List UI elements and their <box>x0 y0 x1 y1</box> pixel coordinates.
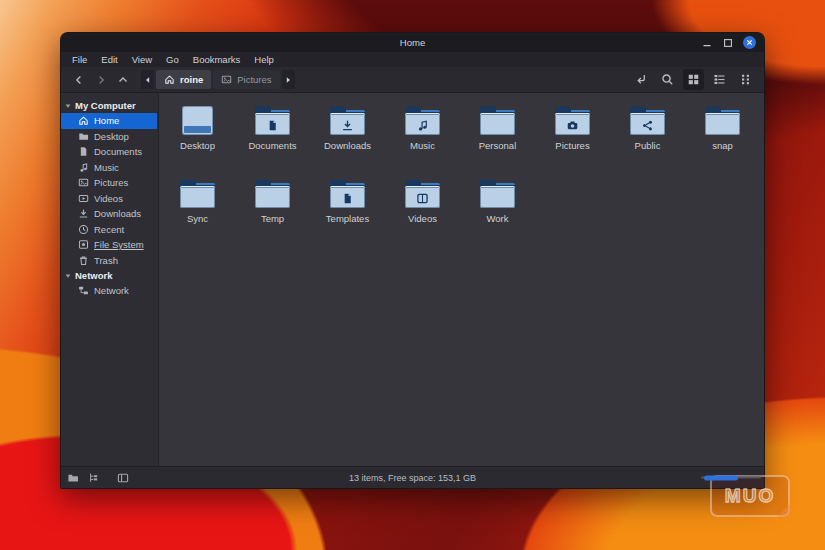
file-item-temp[interactable]: Temp <box>235 168 310 241</box>
forward-button[interactable] <box>91 70 110 89</box>
camera-emblem-icon <box>555 115 590 135</box>
sidebar-item-music[interactable]: Music <box>61 160 157 176</box>
sidebar-item-downloads[interactable]: Downloads <box>61 206 157 222</box>
sidebar-section-my-computer[interactable]: My Computer <box>61 98 158 113</box>
file-label: Public <box>635 140 661 151</box>
compact-view-button[interactable] <box>735 69 756 90</box>
sidebar-item-trash[interactable]: Trash <box>61 253 157 269</box>
triangle-left-icon <box>143 75 153 85</box>
minimize-button[interactable] <box>701 37 713 49</box>
jump-icon <box>635 73 648 86</box>
sidebar-item-network[interactable]: Network <box>61 283 157 299</box>
sidebar-item-label: Pictures <box>94 177 128 188</box>
sidebar-item-recent[interactable]: Recent <box>61 222 157 238</box>
sidebar-item-label: Documents <box>94 146 142 157</box>
places-pane-button[interactable] <box>67 472 79 484</box>
folder-icon <box>255 180 290 208</box>
file-item-documents[interactable]: Documents <box>235 95 310 168</box>
icon-size-slider[interactable] <box>701 473 761 482</box>
film-icon <box>416 192 429 205</box>
path-breadcrumb: roinePictures <box>141 70 295 89</box>
file-icon-wrap <box>405 103 440 135</box>
sidebar-item-pictures[interactable]: Pictures <box>61 175 157 191</box>
statusbar: 13 items, Free space: 153,1 GB <box>61 466 764 488</box>
path-scroll-right-button[interactable] <box>282 70 295 89</box>
path-segment-pictures[interactable]: Pictures <box>213 70 279 89</box>
folder-icon <box>630 107 665 135</box>
file-item-snap[interactable]: snap <box>685 95 760 168</box>
file-item-work[interactable]: Work <box>460 168 535 241</box>
menu-bookmarks[interactable]: Bookmarks <box>186 54 248 65</box>
file-item-personal[interactable]: Personal <box>460 95 535 168</box>
file-item-downloads[interactable]: Downloads <box>310 95 385 168</box>
menubar: FileEditViewGoBookmarksHelp <box>61 52 764 67</box>
window-controls <box>701 36 764 49</box>
compact-view-icon <box>739 73 752 86</box>
sidebar-section-network[interactable]: Network <box>61 268 158 283</box>
back-button[interactable] <box>69 70 88 89</box>
download-emblem-icon <box>330 115 365 135</box>
muo-watermark-text: MUO <box>725 485 775 507</box>
folder-icon <box>405 107 440 135</box>
chevron-up-icon <box>117 74 129 86</box>
up-button[interactable] <box>113 70 132 89</box>
titlebar[interactable]: Home <box>61 33 764 52</box>
menu-edit[interactable]: Edit <box>94 54 124 65</box>
jump-to-path-button[interactable] <box>631 69 652 90</box>
file-item-music[interactable]: Music <box>385 95 460 168</box>
file-icon-wrap <box>405 176 440 208</box>
image-icon <box>78 177 89 188</box>
image-icon <box>221 74 232 85</box>
file-label: Desktop <box>180 140 215 151</box>
desktop-wallpaper: Home FileEditViewGoBookmarksHelp roinePi… <box>0 0 825 550</box>
slider-handle[interactable] <box>704 475 738 480</box>
file-item-public[interactable]: Public <box>610 95 685 168</box>
file-item-sync[interactable]: Sync <box>160 168 235 241</box>
camera-icon <box>566 119 579 132</box>
file-item-templates[interactable]: Templates <box>310 168 385 241</box>
sidebar-item-label: Desktop <box>94 131 129 142</box>
sidebar-item-label: Trash <box>94 255 118 266</box>
sidebar-item-videos[interactable]: Videos <box>61 191 157 207</box>
menu-go[interactable]: Go <box>159 54 186 65</box>
triangle-right-icon <box>283 75 293 85</box>
menu-view[interactable]: View <box>125 54 159 65</box>
folder-icon <box>480 107 515 135</box>
file-item-desktop[interactable]: Desktop <box>160 95 235 168</box>
nav-buttons <box>69 70 132 89</box>
file-icon-wrap <box>330 103 365 135</box>
list-view-button[interactable] <box>709 69 730 90</box>
toolbar: roinePictures <box>61 67 764 93</box>
sidebar-item-label: Network <box>94 285 129 296</box>
status-summary: 13 items, Free space: 153,1 GB <box>61 473 764 483</box>
folder-icon <box>78 131 89 142</box>
file-manager-window: Home FileEditViewGoBookmarksHelp roinePi… <box>60 32 765 489</box>
file-item-videos[interactable]: Videos <box>385 168 460 241</box>
icon-view-button[interactable] <box>683 69 704 90</box>
sidebar-item-label: Home <box>94 115 119 126</box>
menu-file[interactable]: File <box>65 54 94 65</box>
sidebar-item-documents[interactable]: Documents <box>61 144 157 160</box>
directory-tree-button[interactable] <box>88 472 100 484</box>
file-icon-wrap <box>480 103 515 135</box>
folder-pane-icon <box>67 472 79 484</box>
close-button[interactable] <box>743 36 756 49</box>
file-label: Sync <box>187 213 208 224</box>
file-icon-wrap <box>630 103 665 135</box>
file-grid[interactable]: DesktopDocumentsDownloadsMusicPersonalPi… <box>159 93 764 466</box>
expander-icon <box>64 102 72 110</box>
file-item-pictures[interactable]: Pictures <box>535 95 610 168</box>
side-pane-toggle-button[interactable] <box>117 472 129 484</box>
sidebar-item-file-system[interactable]: File System <box>61 237 157 253</box>
maximize-button[interactable] <box>722 37 734 49</box>
search-button[interactable] <box>657 69 678 90</box>
path-scroll-left-button[interactable] <box>141 70 154 89</box>
trash-icon <box>78 255 89 266</box>
clock-icon <box>78 224 89 235</box>
sidebar-item-desktop[interactable]: Desktop <box>61 129 157 145</box>
folder-icon <box>255 107 290 135</box>
menu-help[interactable]: Help <box>247 54 281 65</box>
path-segment-roine[interactable]: roine <box>156 70 211 89</box>
sidebar-section-label: My Computer <box>75 100 136 111</box>
sidebar-item-home[interactable]: Home <box>61 113 157 129</box>
